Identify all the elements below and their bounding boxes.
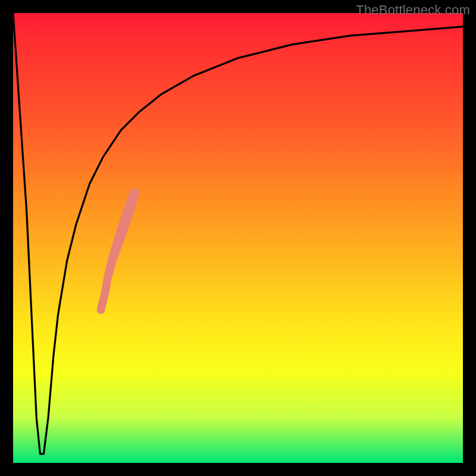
highlight-dot [130,188,140,198]
chart-container: TheBottleneck.com [0,0,476,476]
highlight-small-dot [104,275,111,281]
bottleneck-curve [13,13,463,454]
curve-layer [13,13,463,463]
highlight-small-dot [98,306,104,313]
highlight-small-dot [102,289,108,295]
highlight-markers [97,188,140,314]
